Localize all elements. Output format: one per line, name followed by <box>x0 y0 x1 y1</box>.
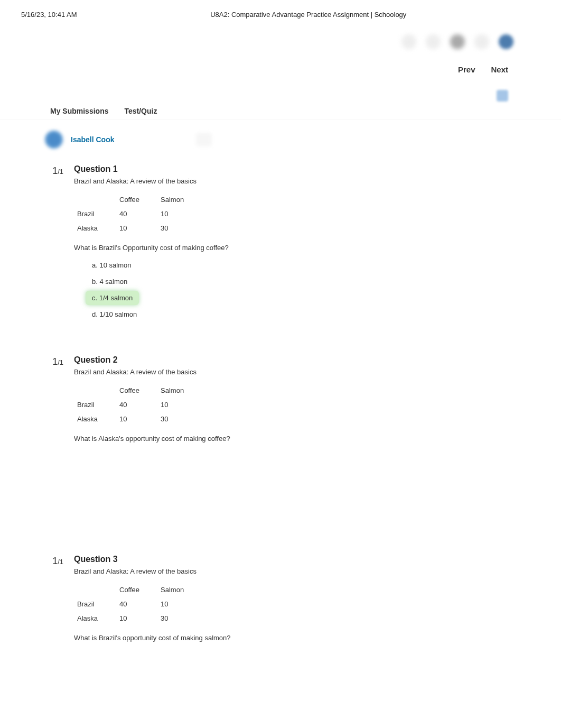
question-block: 1/1Question 1Brazil and Alaska: A review… <box>32 164 529 324</box>
data-table: CoffeeSalmonBrazil4010Alaska1030 <box>74 383 202 426</box>
row-coffee: 40 <box>116 597 157 611</box>
question-subtitle: Brazil and Alaska: A review of the basic… <box>74 177 529 185</box>
header-icon-4[interactable] <box>474 34 489 49</box>
print-datetime: 5/16/23, 10:41 AM <box>21 11 77 19</box>
question-subtitle: Brazil and Alaska: A review of the basic… <box>74 368 529 376</box>
table-row: Alaska1030 <box>74 611 202 625</box>
question-subtitle: Brazil and Alaska: A review of the basic… <box>74 567 529 575</box>
data-table: CoffeeSalmonBrazil4010Alaska1030 <box>74 583 202 625</box>
header-icon-2[interactable] <box>426 34 441 49</box>
score-total: /1 <box>58 358 63 366</box>
question-body: Question 3Brazil and Alaska: A review of… <box>74 555 529 722</box>
table-header-salmon: Salmon <box>157 192 202 207</box>
question-title: Question 1 <box>74 164 529 174</box>
score: 1/1 <box>32 164 63 324</box>
answer-option[interactable]: d. 1/10 salmon <box>86 307 143 321</box>
score-total: /1 <box>58 558 63 566</box>
table-row: Brazil4010 <box>74 398 202 412</box>
question-title: Question 3 <box>74 555 529 564</box>
question-body: Question 2Brazil and Alaska: A review of… <box>74 355 529 523</box>
row-salmon: 10 <box>157 597 202 611</box>
question-title: Question 2 <box>74 355 529 365</box>
score-earned: 1 <box>52 356 58 367</box>
student-badge <box>196 133 212 146</box>
row-salmon: 30 <box>157 412 202 426</box>
row-label: Alaska <box>74 611 116 625</box>
top-icon-bar <box>0 34 561 49</box>
row-salmon: 30 <box>157 611 202 625</box>
answer-option[interactable]: c. 1/4 salmon <box>86 291 139 305</box>
table-row: Brazil4010 <box>74 597 202 611</box>
question-prompt: What is Brazil's Opportunity cost of mak… <box>74 244 529 252</box>
header-avatar-icon[interactable] <box>499 34 513 49</box>
data-table: CoffeeSalmonBrazil4010Alaska1030 <box>74 192 202 235</box>
question-prompt: What is Alaska's opportunity cost of mak… <box>74 435 529 443</box>
answer-option[interactable]: b. 4 salmon <box>86 274 134 289</box>
options-list: a. 10 salmonb. 4 salmonc. 1/4 salmond. 1… <box>74 258 529 324</box>
student-row: Isabell Cook <box>0 128 561 156</box>
score-total: /1 <box>58 168 63 176</box>
row-label: Alaska <box>74 221 116 235</box>
row-coffee: 40 <box>116 207 157 221</box>
table-row: Brazil4010 <box>74 207 202 221</box>
print-header: 5/16/23, 10:41 AM U8A2: Comparative Adva… <box>0 0 561 24</box>
tab-test-quiz[interactable]: Test/Quiz <box>124 107 157 115</box>
question-block: 1/1Question 2Brazil and Alaska: A review… <box>32 355 529 523</box>
row-label: Brazil <box>74 398 116 412</box>
questions-list: 1/1Question 1Brazil and Alaska: A review… <box>0 164 561 728</box>
row-label: Alaska <box>74 412 116 426</box>
score: 1/1 <box>32 555 63 722</box>
avatar <box>45 131 63 149</box>
row-salmon: 30 <box>157 221 202 235</box>
header-icon-3[interactable] <box>450 34 465 49</box>
header-icon-1[interactable] <box>401 34 416 49</box>
question-block: 1/1Question 3Brazil and Alaska: A review… <box>32 555 529 722</box>
question-body: Question 1Brazil and Alaska: A review of… <box>74 164 529 324</box>
prev-next-nav: Prev Next <box>0 60 561 79</box>
row-label: Brazil <box>74 207 116 221</box>
score-earned: 1 <box>52 556 58 566</box>
row-coffee: 10 <box>116 412 157 426</box>
chat-icon[interactable] <box>497 90 508 102</box>
table-header-coffee: Coffee <box>116 583 157 597</box>
answer-option[interactable]: a. 10 salmon <box>86 258 137 272</box>
row-coffee: 10 <box>116 611 157 625</box>
next-link[interactable]: Next <box>491 65 508 74</box>
question-prompt: What is Brazil's opportunity cost of mak… <box>74 634 529 642</box>
tabs: My Submissions Test/Quiz <box>0 107 561 120</box>
table-header-salmon: Salmon <box>157 383 202 398</box>
score: 1/1 <box>32 355 63 523</box>
table-header-coffee: Coffee <box>116 383 157 398</box>
row-salmon: 10 <box>157 398 202 412</box>
row-salmon: 10 <box>157 207 202 221</box>
table-row: Alaska1030 <box>74 221 202 235</box>
prev-link[interactable]: Prev <box>458 65 475 74</box>
score-earned: 1 <box>52 165 58 176</box>
student-name[interactable]: Isabell Cook <box>71 135 114 144</box>
row-coffee: 10 <box>116 221 157 235</box>
tab-my-submissions[interactable]: My Submissions <box>50 107 108 115</box>
row-coffee: 40 <box>116 398 157 412</box>
row-label: Brazil <box>74 597 116 611</box>
print-title: U8A2: Comparative Advantage Practice Ass… <box>210 11 406 19</box>
table-header-salmon: Salmon <box>157 583 202 597</box>
table-row: Alaska1030 <box>74 412 202 426</box>
table-header-coffee: Coffee <box>116 192 157 207</box>
